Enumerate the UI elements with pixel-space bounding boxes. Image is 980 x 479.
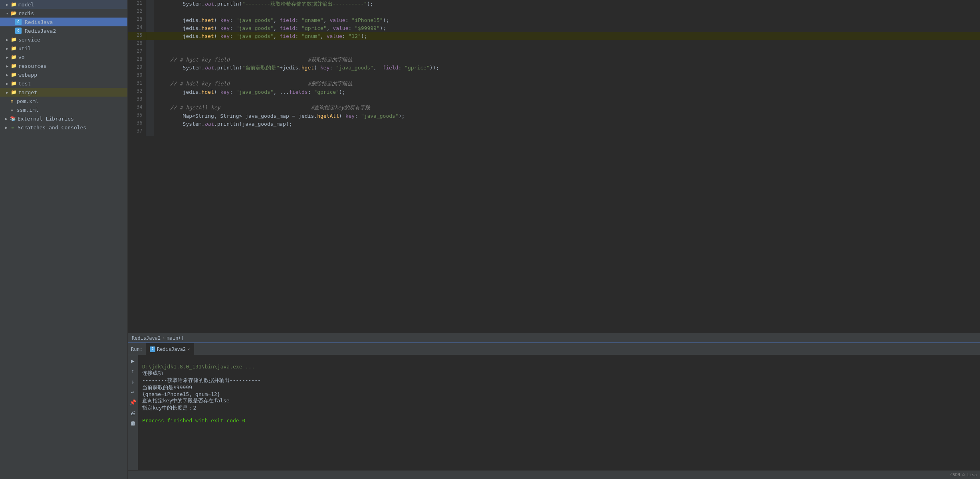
run-label: Run: [131,346,143,352]
sidebar-label: util [18,46,31,51]
folder-icon: 📁 [10,80,17,87]
table-row: 25 jedis.hset( key: "java_goods", field:… [128,32,980,40]
sidebar-item-scratches[interactable]: ▶ ✏️ Scratches and Consoles [0,123,127,132]
line-code: System.out.println(java_goods_map); [154,120,980,128]
sidebar-item-ssmiml[interactable]: ◆ ssm.iml [0,105,127,114]
sidebar-item-external-libraries[interactable]: ▶ 📚 External Libraries [0,114,127,123]
folder-icon: 📁 [10,54,17,60]
folder-open-icon: 📂 [10,10,17,16]
pin-button[interactable]: 📌 [129,398,137,406]
line-code: // # hget key field #获取指定的字段值 [154,56,980,64]
print-button[interactable]: 🖨 [129,409,137,417]
line-gutter [146,48,154,56]
sidebar-item-target[interactable]: ▶ 📁 target [0,88,127,97]
line-code [154,48,980,56]
editor-area: 21 System.out.println("--------获取哈希存储的数据… [128,0,980,479]
line-code: jedis.hset( key: "java_goods", field: "g… [154,32,980,40]
xml-icon: m [9,98,15,104]
sidebar-item-webapp[interactable]: ▶ 📁 webapp [0,70,127,79]
sidebar-label: redis [18,10,34,16]
line-code [154,72,980,80]
table-row: 33 [128,96,980,104]
output-exit: Process finished with exit code 0 [142,418,245,424]
table-row: 23 jedis.hset( key: "java_goods", field:… [128,16,980,24]
sidebar: ▶ 📁 model ▾ 📂 redis ▶ C RedisJava ▶ C Re… [0,0,128,479]
sidebar-item-vo[interactable]: ▶ 📁 vo [0,53,127,61]
table-row: 22 [128,8,980,16]
scroll-down-button[interactable]: ↓ [129,378,137,386]
sidebar-label: RedisJava2 [25,28,56,34]
table-row: 36 System.out.println(java_goods_map); [128,120,980,128]
line-gutter [146,120,154,128]
line-gutter [146,8,154,16]
line-number: 31 [128,80,146,88]
run-button[interactable]: ▶ [129,357,137,365]
close-tab-button[interactable]: ✕ [187,347,190,351]
terminal-sidebar: ▶ ↑ ↓ ⇔ 📌 🖨 🗑 [128,355,138,470]
output-path: D:\jdk\jdk1.8.0_131\bin\java.exe ... [142,364,255,370]
status-bar: CSDN © Lisa [128,470,980,479]
line-number: 28 [128,56,146,64]
clear-button[interactable]: 🗑 [129,419,137,427]
table-row: 27 [128,48,980,56]
line-code: Map<String, String> java_goods_map = jed… [154,112,980,120]
table-row: 35 Map<String, String> java_goods_map = … [128,112,980,120]
sidebar-item-service[interactable]: ▶ 📁 service [0,35,127,44]
sidebar-item-pomxml[interactable]: m pom.xml [0,97,127,105]
line-number: 21 [128,0,146,8]
arrow-icon: ▶ [5,90,10,95]
sidebar-label: model [18,2,34,8]
sidebar-item-redisjava2[interactable]: ▶ C RedisJava2 [0,26,127,35]
output-line-1: 连接成功 [142,370,163,376]
arrow-icon: ▶ [5,2,10,7]
folder-icon: 📁 [10,45,17,51]
sidebar-item-resources[interactable]: ▶ 📁 resources [0,61,127,70]
breadcrumb-item[interactable]: RedisJava2 [132,335,161,341]
output-line-6: 指定key中的长度是：2 [142,405,196,411]
scratch-icon: ✏️ [10,124,16,131]
table-row: 29 System.out.println("当前获取的是"+jedis.hge… [128,64,980,72]
arrow-icon: ▶ [5,63,10,68]
breadcrumb-item[interactable]: main() [167,335,184,341]
folder-icon: 📁 [10,71,17,78]
sidebar-item-redis[interactable]: ▾ 📂 redis [0,9,127,18]
line-gutter [146,96,154,104]
line-code: System.out.println("--------获取哈希存储的数据并输出… [154,0,980,8]
line-gutter [146,24,154,32]
line-number: 27 [128,48,146,56]
line-number: 36 [128,120,146,128]
output-line-5: 查询指定key中的字段是否存在false [142,398,230,404]
table-row: 31 // # hdel key field #删除指定的字段值 [128,80,980,88]
line-gutter [146,32,154,40]
line-number: 33 [128,96,146,104]
line-gutter [146,88,154,96]
line-gutter [146,80,154,88]
line-code [154,96,980,104]
sidebar-item-util[interactable]: ▶ 📁 util [0,44,127,53]
line-number: 23 [128,16,146,24]
line-code: System.out.println("当前获取的是"+jedis.hget( … [154,64,980,72]
line-number: 30 [128,72,146,80]
sidebar-label: service [18,37,40,43]
wrap-button[interactable]: ⇔ [129,388,137,396]
terminal-tabs: Run: C RedisJava2 ✕ [128,343,980,355]
line-gutter [146,40,154,48]
output-line-4: {gname=iPhone15, gnum=12} [142,391,220,397]
arrow-icon: ▶ [5,81,10,86]
arrow-icon: ▶ [5,46,10,51]
scroll-up-button[interactable]: ↑ [129,367,137,375]
sidebar-item-redisjava[interactable]: ▶ C RedisJava [0,18,127,26]
folder-icon: 📁 [10,63,17,69]
code-editor[interactable]: 21 System.out.println("--------获取哈希存储的数据… [128,0,980,333]
sidebar-item-test[interactable]: ▶ 📁 test [0,79,127,88]
status-right: CSDN © Lisa [950,473,977,477]
terminal-tab-redisjava2[interactable]: C RedisJava2 ✕ [146,343,194,355]
breadcrumb: RedisJava2 › main() [128,333,980,342]
line-number: 32 [128,88,146,96]
table-row: 21 System.out.println("--------获取哈希存储的数据… [128,0,980,8]
sidebar-item-model[interactable]: ▶ 📁 model [0,0,127,9]
line-code: jedis.hset( key: "java_goods", field: "g… [154,16,980,24]
table-row: 28 // # hget key field #获取指定的字段值 [128,56,980,64]
arrow-icon: ▶ [4,125,9,130]
line-gutter [146,112,154,120]
